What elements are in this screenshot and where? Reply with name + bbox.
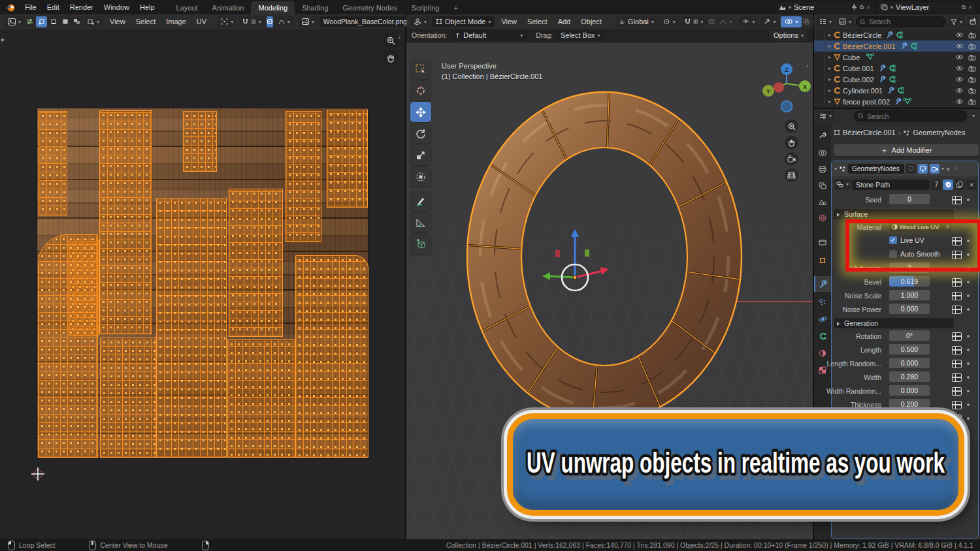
viewport-perspective-button[interactable]	[785, 168, 798, 182]
uv-island[interactable]	[286, 111, 321, 242]
viewport-menu-add[interactable]: Add	[553, 14, 576, 29]
input-attribute-icon[interactable]	[952, 387, 962, 396]
outliner-row[interactable]: ▸ Cylinder.001	[814, 85, 980, 96]
new-scene-icon[interactable]: ⧉	[860, 4, 864, 11]
fake-user-shield-icon[interactable]	[943, 180, 953, 190]
add-modifier-button[interactable]: ＋ Add Modifier	[834, 144, 979, 156]
sticky-selection-dropdown[interactable]: ▾	[84, 16, 103, 27]
orientation-dropdown[interactable]: Default▾	[451, 30, 527, 41]
expand-chevron-icon[interactable]: ▸	[828, 43, 831, 49]
value-field[interactable]: 0.280	[889, 371, 930, 382]
new-viewlayer-icon[interactable]: ⧉	[962, 4, 966, 11]
mode-dropdown[interactable]: Object Mode▾	[432, 16, 495, 27]
hide-eye-icon[interactable]	[955, 76, 964, 82]
editor-type-dropdown[interactable]: ▾	[4, 16, 25, 27]
uv-island[interactable]	[183, 111, 218, 172]
modifier-drag-handle[interactable]: ⠿	[953, 166, 958, 172]
animate-decorator-icon[interactable]	[967, 376, 970, 379]
topbar-menu-render[interactable]: Render	[65, 0, 99, 14]
uv-island[interactable]	[327, 110, 368, 207]
input-attribute-icon[interactable]	[952, 196, 962, 204]
value-field[interactable]: 0°	[889, 330, 930, 341]
value-field[interactable]: 0.000	[889, 358, 930, 368]
viewport-camera-button[interactable]	[785, 152, 798, 166]
panel-section-header[interactable]: Generation	[834, 318, 954, 328]
uv-menu-select[interactable]: Select	[131, 14, 161, 29]
value-field[interactable]: 1.000	[889, 290, 930, 300]
workspace-tab-modeling[interactable]: Modeling	[251, 1, 295, 14]
node-group-browse-dropdown[interactable]: ▾	[834, 179, 851, 190]
uv-2d-cursor[interactable]	[33, 469, 42, 479]
tool-cursor[interactable]	[410, 80, 431, 101]
hide-eye-icon[interactable]	[955, 99, 964, 104]
input-attribute-icon[interactable]	[952, 292, 962, 300]
breadcrumb-modifier[interactable]: GeometryNodes	[913, 129, 965, 136]
node-group-name-field[interactable]: Stone Path	[852, 180, 930, 190]
animate-decorator-icon[interactable]	[967, 390, 970, 392]
expand-chevron-icon[interactable]: ▸	[828, 65, 831, 71]
properties-tab-tool[interactable]	[814, 127, 831, 143]
topbar-menu-edit[interactable]: Edit	[42, 0, 65, 14]
tool-annotate[interactable]	[410, 191, 431, 211]
input-attribute-icon[interactable]	[952, 401, 962, 409]
topbar-menu-file[interactable]: File	[20, 0, 42, 14]
uv-select-mode-vertex[interactable]	[36, 16, 47, 27]
uv-island[interactable]	[38, 234, 98, 458]
modifier-render-toggle[interactable]	[930, 164, 939, 174]
unlink-node-group-icon[interactable]: ×	[966, 180, 977, 190]
modifier-close-icon[interactable]: ×	[946, 165, 950, 173]
image-browse-dropdown[interactable]: ▾	[298, 16, 318, 27]
hide-eye-icon[interactable]	[955, 87, 964, 93]
animate-decorator-icon[interactable]	[967, 335, 970, 338]
animate-decorator-icon[interactable]	[967, 362, 970, 365]
xray-toggle[interactable]	[803, 16, 809, 27]
tool-measure[interactable]	[410, 212, 431, 232]
tool-move[interactable]	[410, 102, 431, 122]
close-icon[interactable]: ×	[866, 4, 870, 11]
object-name[interactable]: Cube	[843, 54, 860, 61]
blender-logo[interactable]	[5, 3, 16, 12]
animate-decorator-icon[interactable]	[967, 308, 970, 311]
uv-texture-image[interactable]	[37, 108, 368, 458]
editor-type-dropdown[interactable]: ▾	[817, 110, 834, 121]
input-attribute-icon[interactable]	[952, 346, 962, 354]
outliner-row[interactable]: ▸ Cube.001	[814, 63, 980, 74]
outliner-display-mode-dropdown[interactable]: ▾	[836, 16, 854, 27]
tool-tweak-select[interactable]	[410, 59, 431, 79]
uv-island[interactable]	[100, 338, 155, 458]
outliner-row[interactable]: ▸ fence post.002	[814, 96, 980, 107]
tool-transform[interactable]	[410, 166, 431, 187]
expand-chevron-icon[interactable]: ▸	[828, 54, 831, 60]
disable-render-icon[interactable]	[968, 87, 976, 94]
workspace-tab-shading[interactable]: Shading	[295, 1, 335, 14]
uv-proportional-edit-toggle[interactable]	[267, 16, 273, 27]
viewport-menu-view[interactable]: View	[496, 14, 522, 29]
modifier-name-field[interactable]: GeometryNodes	[848, 164, 904, 174]
uv-sync-selection-toggle[interactable]	[26, 16, 33, 27]
expand-chevron-icon[interactable]: ▸	[828, 76, 831, 82]
outliner-row[interactable]: ▸ BézierCircle	[814, 29, 980, 40]
falloff-dropdown[interactable]: ▾	[716, 16, 736, 27]
uv-falloff-dropdown[interactable]: ▾	[274, 16, 294, 27]
uv-island[interactable]	[99, 110, 152, 334]
uv-menu-uv[interactable]: UV	[191, 14, 212, 29]
properties-tab-render[interactable]	[814, 145, 831, 161]
slider-field[interactable]: 0.619	[889, 276, 930, 287]
viewport-zoom-button[interactable]	[785, 119, 798, 133]
object-name[interactable]: Cube.002	[843, 76, 874, 84]
properties-tab-view-layer[interactable]	[814, 178, 831, 193]
value-field[interactable]: 0.000	[889, 385, 930, 396]
editor-type-dropdown[interactable]: ▾	[816, 16, 834, 27]
uv-pivot-dropdown[interactable]: ▾	[217, 16, 237, 27]
input-attribute-icon[interactable]	[952, 373, 962, 382]
uv-snap-dropdown[interactable]: ⊞▾	[238, 16, 265, 27]
viewport-sidebar-toggle-arrow[interactable]: ‹	[806, 62, 808, 69]
workspace-tab-geometry-nodes[interactable]: Geometry Nodes	[336, 1, 404, 14]
uv-island[interactable]	[156, 198, 227, 458]
gizmos-dropdown[interactable]: ▾	[760, 16, 779, 27]
pin-icon[interactable]	[851, 4, 857, 10]
animate-decorator-icon[interactable]	[967, 349, 970, 351]
wood-ring-object[interactable]	[467, 92, 742, 421]
uv-menu-image[interactable]: Image	[161, 14, 191, 29]
viewport-menu-object[interactable]: Object	[576, 14, 607, 29]
